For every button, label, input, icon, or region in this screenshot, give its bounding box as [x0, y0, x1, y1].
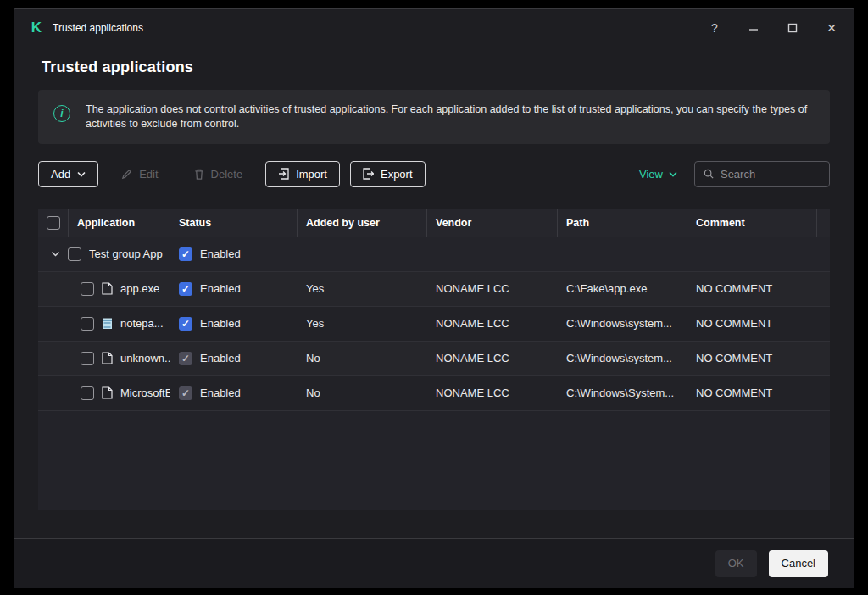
delete-button-label: Delete [211, 168, 243, 181]
maximize-icon [787, 23, 798, 33]
row-checkbox[interactable] [81, 317, 94, 331]
add-button-label: Add [51, 168, 70, 181]
cell-comment: NO COMMENT [687, 352, 817, 364]
trusted-applications-window: K Trusted applications ? ✕ Trusted appli… [14, 8, 854, 583]
table-empty-area [38, 411, 830, 510]
info-banner-text: The application does not control activit… [86, 103, 813, 131]
status-checkbox[interactable] [179, 352, 192, 365]
file-icon [102, 386, 113, 399]
export-button[interactable]: Export [350, 161, 426, 187]
column-header-vendor[interactable]: Vendor [427, 209, 558, 237]
kaspersky-logo-icon: K [29, 20, 44, 36]
maximize-button[interactable] [786, 21, 799, 35]
search-box [694, 161, 830, 187]
row-checkbox[interactable] [81, 352, 94, 365]
cell-added-by-user: Yes [298, 282, 427, 295]
status-label: Enabled [200, 352, 241, 364]
status-label: Enabled [200, 247, 241, 260]
status-label: Enabled [200, 386, 241, 399]
trusted-applications-table: Application Status Added by user Vendor … [38, 209, 830, 510]
table-row[interactable]: MicrosoftE... Enabled No NONAME LCC C:\W… [38, 376, 830, 411]
application-name: notepa... [120, 317, 164, 330]
status-checkbox[interactable] [179, 282, 192, 296]
status-checkbox[interactable] [179, 386, 192, 400]
import-button-label: Import [296, 168, 327, 181]
info-banner: i The application does not control activ… [38, 90, 830, 144]
application-name: MicrosoftE... [120, 386, 170, 399]
footer: OK Cancel [14, 539, 854, 588]
edit-button-label: Edit [139, 168, 158, 181]
export-button-label: Export [381, 168, 413, 181]
minimize-button[interactable] [747, 21, 760, 35]
window-titlebar: K Trusted applications ? ✕ [14, 9, 854, 47]
notepad-icon [102, 317, 113, 330]
cancel-button[interactable]: Cancel [769, 550, 828, 577]
group-name: Test group App [89, 247, 163, 260]
cell-path: C:\Windows\system... [558, 352, 687, 364]
view-dropdown-label: View [639, 168, 663, 181]
cell-comment: NO COMMENT [687, 317, 817, 330]
info-icon: i [53, 105, 70, 122]
application-name: unknown.... [120, 352, 170, 364]
delete-button[interactable]: Delete [181, 161, 256, 187]
pencil-icon [121, 169, 132, 180]
cell-vendor: NONAME LCC [427, 386, 558, 399]
status-label: Enabled [200, 282, 241, 295]
row-checkbox[interactable] [81, 282, 94, 296]
cell-path: C:\Windows\System... [558, 386, 687, 399]
column-header-application[interactable]: Application [69, 209, 170, 237]
import-icon [278, 168, 289, 180]
column-header-added-by-user[interactable]: Added by user [298, 209, 427, 237]
chevron-down-icon [669, 171, 677, 177]
add-button[interactable]: Add [38, 161, 98, 187]
column-header-spacer [817, 209, 830, 237]
select-all-checkbox[interactable] [47, 216, 60, 230]
window-title: Trusted applications [53, 22, 143, 34]
cell-added-by-user: No [298, 352, 427, 364]
collapse-chevron-icon[interactable] [50, 249, 60, 259]
toolbar: Add Edit Delete Import Export [38, 161, 830, 187]
cell-path: C:\Fake\app.exe [558, 282, 687, 295]
edit-button[interactable]: Edit [108, 161, 170, 187]
column-header-comment[interactable]: Comment [687, 209, 817, 237]
cell-comment: NO COMMENT [687, 282, 817, 295]
export-icon [363, 168, 374, 180]
file-icon [102, 352, 113, 364]
cell-added-by-user: Yes [298, 317, 427, 330]
row-checkbox[interactable] [81, 386, 94, 400]
import-button[interactable]: Import [265, 161, 340, 187]
cell-added-by-user: No [298, 386, 427, 399]
minimize-icon [748, 23, 759, 33]
file-icon [102, 282, 113, 295]
status-label: Enabled [200, 317, 241, 330]
status-checkbox[interactable] [179, 317, 192, 331]
trash-icon [194, 169, 204, 180]
cell-vendor: NONAME LCC [427, 317, 558, 330]
help-button[interactable]: ? [708, 21, 721, 35]
table-header: Application Status Added by user Vendor … [38, 209, 830, 237]
table-row[interactable]: notepa... Enabled Yes NONAME LCC C:\Wind… [38, 307, 830, 342]
search-icon [704, 168, 714, 180]
column-header-path[interactable]: Path [558, 209, 687, 237]
table-row[interactable]: app.exe Enabled Yes NONAME LCC C:\Fake\a… [38, 272, 830, 307]
application-name: app.exe [120, 282, 159, 295]
status-checkbox[interactable] [179, 247, 192, 261]
table-row[interactable]: unknown.... Enabled No NONAME LCC C:\Win… [38, 342, 830, 376]
search-input[interactable] [721, 168, 821, 181]
ok-button[interactable]: OK [715, 550, 757, 577]
cell-vendor: NONAME LCC [427, 282, 558, 295]
group-row[interactable]: Test group App Enabled [38, 237, 830, 272]
cell-vendor: NONAME LCC [427, 352, 558, 364]
cell-path: C:\Windows\system... [558, 317, 687, 330]
page-title: Trusted applications [42, 58, 830, 76]
column-header-status[interactable]: Status [170, 209, 298, 237]
close-button[interactable]: ✕ [825, 21, 838, 35]
view-dropdown[interactable]: View [639, 168, 677, 181]
cell-comment: NO COMMENT [687, 386, 817, 399]
row-checkbox[interactable] [68, 247, 81, 261]
chevron-down-icon [77, 171, 86, 177]
